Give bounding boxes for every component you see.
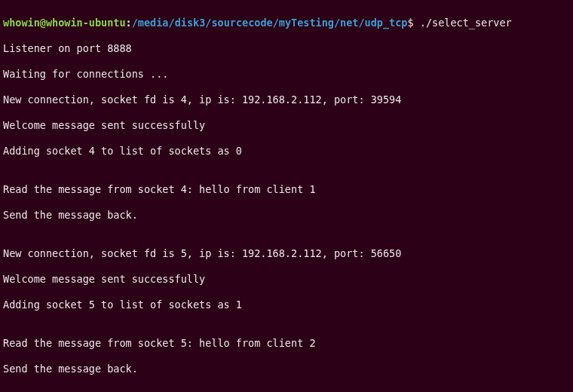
output-line: Welcome message sent successfully xyxy=(3,273,570,286)
prompt-line: whowin@whowin-ubuntu:/media/disk3/source… xyxy=(3,17,570,29)
command-text: ./select_server xyxy=(420,17,512,29)
prompt-user: whowin xyxy=(3,17,40,29)
output-line: Waiting for connections ... xyxy=(3,68,570,81)
output-line: Read the message from socket 5: hello fr… xyxy=(3,337,570,350)
prompt-path: /media/disk3/sourcecode/myTesting/net/ud… xyxy=(132,17,408,29)
output-line: Send the message back. xyxy=(3,209,570,222)
output-line: Adding socket 5 to list of sockets as 1 xyxy=(3,299,570,311)
prompt-host: whowin-ubuntu xyxy=(46,17,126,29)
terminal-output[interactable]: whowin@whowin-ubuntu:/media/disk3/source… xyxy=(3,4,570,392)
output-line: Adding socket 4 to list of sockets as 0 xyxy=(3,145,570,158)
output-line: Welcome message sent successfully xyxy=(3,119,570,132)
prompt-dollar: $ xyxy=(407,17,419,29)
output-line: New connection, socket fd is 4, ip is: 1… xyxy=(3,93,570,106)
output-line: New connection, socket fd is 5, ip is: 1… xyxy=(3,247,570,260)
prompt-separator: : xyxy=(126,17,132,29)
output-line: Listener on port 8888 xyxy=(3,42,570,55)
output-line: Send the message back. xyxy=(3,363,570,375)
output-line: Read the message from socket 4: hello fr… xyxy=(3,183,570,196)
prompt-at: @ xyxy=(40,17,46,29)
